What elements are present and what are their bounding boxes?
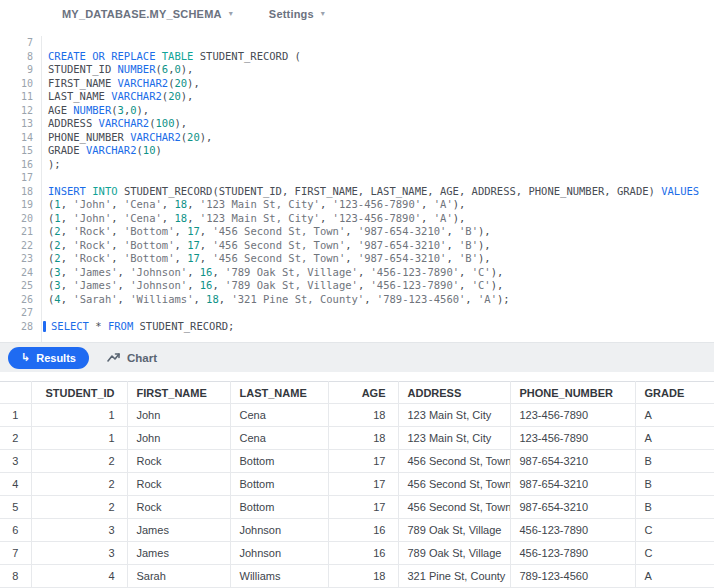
grid-cell[interactable]: Rock — [127, 450, 230, 473]
grid-cell[interactable]: 1 — [31, 427, 127, 450]
grid-cell[interactable]: 2 — [31, 473, 127, 496]
grid-cell[interactable]: 18 — [328, 565, 398, 588]
grid-cell[interactable]: Rock — [127, 473, 230, 496]
grid-cell[interactable]: C — [635, 519, 714, 542]
code-line[interactable]: (4, 'Sarah', 'Williams', 18, '321 Pine S… — [42, 293, 714, 307]
grid-cell[interactable]: B — [635, 496, 714, 519]
grid-cell[interactable]: 789-123-4560 — [510, 565, 635, 588]
grid-cell[interactable]: 16 — [328, 519, 398, 542]
code-line[interactable]: PHONE_NUMBER VARCHAR2(20), — [42, 131, 714, 145]
column-header-first_name[interactable]: FIRST_NAME — [127, 382, 230, 404]
code-line[interactable]: (1, 'John', 'Cena', 18, '123 Main St, Ci… — [42, 212, 714, 226]
code-line[interactable]: (2, 'Rock', 'Bottom', 17, '456 Second St… — [42, 239, 714, 253]
grid-cell[interactable]: 3 — [31, 519, 127, 542]
grid-cell[interactable]: Bottom — [230, 450, 328, 473]
grid-cell[interactable]: 987-654-3210 — [510, 473, 635, 496]
grid-cell[interactable]: 123 Main St, City — [398, 404, 510, 427]
grid-cell[interactable]: 3 — [31, 542, 127, 565]
row-number-cell[interactable]: 1 — [0, 404, 31, 427]
grid-cell[interactable]: 2 — [31, 450, 127, 473]
grid-cell[interactable]: Cena — [230, 404, 328, 427]
grid-cell[interactable]: A — [635, 404, 714, 427]
grid-cell[interactable]: 17 — [328, 473, 398, 496]
chart-tab[interactable]: Chart — [107, 352, 157, 364]
grid-cell[interactable]: Cena — [230, 427, 328, 450]
grid-cell[interactable]: 789 Oak St, Village — [398, 519, 510, 542]
grid-cell[interactable]: B — [635, 450, 714, 473]
grid-cell[interactable]: 321 Pine St, County — [398, 565, 510, 588]
grid-cell[interactable]: James — [127, 542, 230, 565]
grid-cell[interactable]: Williams — [230, 565, 328, 588]
grid-cell[interactable]: 123-456-7890 — [510, 427, 635, 450]
results-tab[interactable]: ↳ Results — [8, 347, 89, 369]
grid-cell[interactable]: A — [635, 427, 714, 450]
grid-cell[interactable]: 456 Second St, Town — [398, 496, 510, 519]
grid-cell[interactable]: 17 — [328, 450, 398, 473]
grid-cell[interactable]: B — [635, 473, 714, 496]
grid-cell[interactable]: 987-654-3210 — [510, 496, 635, 519]
row-number-cell[interactable]: 2 — [0, 427, 31, 450]
code-line[interactable]: CREATE OR REPLACE TABLE STUDENT_RECORD ( — [42, 50, 714, 64]
grid-cell[interactable]: Johnson — [230, 519, 328, 542]
row-number-cell[interactable]: 6 — [0, 519, 31, 542]
row-number-cell[interactable]: 8 — [0, 565, 31, 588]
grid-cell[interactable]: 16 — [328, 542, 398, 565]
row-number-cell[interactable]: 7 — [0, 542, 31, 565]
row-number-cell[interactable]: 4 — [0, 473, 31, 496]
code-line[interactable]: SELECT * FROM STUDENT_RECORD; — [42, 320, 714, 334]
grid-cell[interactable]: 4 — [31, 565, 127, 588]
row-number-cell[interactable]: 5 — [0, 496, 31, 519]
column-header-address[interactable]: ADDRESS — [398, 382, 510, 404]
grid-cell[interactable]: 2 — [31, 496, 127, 519]
grid-cell[interactable]: Sarah — [127, 565, 230, 588]
code-line[interactable]: LAST_NAME VARCHAR2(20), — [42, 90, 714, 104]
grid-cell[interactable]: Bottom — [230, 496, 328, 519]
grid-cell[interactable]: 456 Second St, Town — [398, 473, 510, 496]
code-line[interactable]: INSERT INTO STUDENT_RECORD(STUDENT_ID, F… — [42, 185, 714, 199]
grid-cell[interactable]: A — [635, 565, 714, 588]
code-line[interactable]: ); — [42, 158, 714, 172]
code-token: , — [446, 239, 459, 251]
grid-cell[interactable]: 456-123-7890 — [510, 542, 635, 565]
code-line[interactable] — [42, 171, 714, 185]
column-header-last_name[interactable]: LAST_NAME — [230, 382, 328, 404]
column-header-phone_number[interactable]: PHONE_NUMBER — [510, 382, 635, 404]
grid-cell[interactable]: 123-456-7890 — [510, 404, 635, 427]
column-header-grade[interactable]: GRADE — [635, 382, 714, 404]
grid-cell[interactable]: 456-123-7890 — [510, 519, 635, 542]
code-line[interactable] — [42, 36, 714, 50]
grid-cell[interactable]: 987-654-3210 — [510, 450, 635, 473]
code-line[interactable]: GRADE VARCHAR2(10) — [42, 144, 714, 158]
code-line[interactable]: FIRST_NAME VARCHAR2(20), — [42, 77, 714, 91]
code-line[interactable]: ADDRESS VARCHAR2(100), — [42, 117, 714, 131]
database-schema-selector[interactable]: MY_DATABASE.MY_SCHEMA ▾ — [62, 8, 233, 20]
column-header-age[interactable]: AGE — [328, 382, 398, 404]
code-line[interactable]: (1, 'John', 'Cena', 18, '123 Main St, Ci… — [42, 198, 714, 212]
code-line[interactable] — [42, 306, 714, 320]
grid-cell[interactable]: Johnson — [230, 542, 328, 565]
code-line[interactable]: AGE NUMBER(3,0), — [42, 104, 714, 118]
code-line[interactable]: (3, 'James', 'Johnson', 16, '789 Oak St,… — [42, 279, 714, 293]
column-header-student_id[interactable]: STUDENT_ID — [31, 382, 127, 404]
grid-cell[interactable]: 123 Main St, City — [398, 427, 510, 450]
settings-dropdown[interactable]: Settings ▾ — [269, 8, 325, 20]
grid-cell[interactable]: John — [127, 427, 230, 450]
grid-cell[interactable]: 456 Second St, Town — [398, 450, 510, 473]
row-number-cell[interactable]: 3 — [0, 450, 31, 473]
grid-cell[interactable]: 17 — [328, 496, 398, 519]
grid-cell[interactable]: C — [635, 542, 714, 565]
code-line[interactable]: STUDENT_ID NUMBER(6,0), — [42, 63, 714, 77]
grid-cell[interactable]: Bottom — [230, 473, 328, 496]
code-line[interactable]: (3, 'James', 'Johnson', 16, '789 Oak St,… — [42, 266, 714, 280]
sql-editor[interactable]: 7891011121314151617181920212223242526272… — [0, 28, 714, 342]
code-line[interactable]: (2, 'Rock', 'Bottom', 17, '456 Second St… — [42, 225, 714, 239]
grid-cell[interactable]: 18 — [328, 427, 398, 450]
grid-cell[interactable]: James — [127, 519, 230, 542]
grid-cell[interactable]: Rock — [127, 496, 230, 519]
row-number-header[interactable] — [0, 382, 31, 404]
grid-cell[interactable]: John — [127, 404, 230, 427]
grid-cell[interactable]: 1 — [31, 404, 127, 427]
grid-cell[interactable]: 789 Oak St, Village — [398, 542, 510, 565]
code-line[interactable]: (2, 'Rock', 'Bottom', 17, '456 Second St… — [42, 252, 714, 266]
grid-cell[interactable]: 18 — [328, 404, 398, 427]
